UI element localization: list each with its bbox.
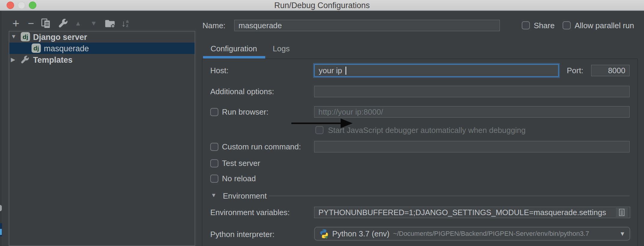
python-logo-icon: v <box>319 229 329 239</box>
new-folder-icon[interactable] <box>104 17 116 29</box>
start-js-debugger-label: Start JavaScript debugger automatically … <box>328 124 526 136</box>
variables-list-icon <box>618 208 625 216</box>
custom-run-command-input[interactable] <box>314 141 630 152</box>
python-interpreter-dropdown[interactable]: v Python 3.7 (env) ~/Documents/PIGPEN/Ba… <box>314 227 630 241</box>
additional-options-input[interactable] <box>314 86 630 97</box>
environment-section-divider <box>269 196 630 196</box>
no-reload-label[interactable]: No reload <box>222 173 256 184</box>
wrench-icon <box>20 55 29 65</box>
name-label: Name: <box>202 20 226 31</box>
port-input[interactable]: 8000 <box>591 65 630 76</box>
move-down-icon[interactable]: ▼ <box>88 17 100 29</box>
test-server-checkbox[interactable] <box>210 159 218 167</box>
run-browser-url-input[interactable]: http://your ip:8000/ <box>314 106 630 118</box>
run-browser-label[interactable]: Run browser: <box>222 106 269 118</box>
custom-run-command-checkbox[interactable] <box>210 143 218 151</box>
a-z-letters: az <box>126 19 129 28</box>
tab-configuration[interactable]: Configuration <box>211 44 257 53</box>
run-browser-url-placeholder: http://your ip:8000/ <box>318 107 383 117</box>
python-interpreter-path: ~/Documents/PIGPEN/Backend/PIGPEN-Server… <box>393 230 619 238</box>
no-reload-checkbox[interactable] <box>210 175 218 183</box>
run-debug-configurations-dialog: Run/Debug Configurations + − ▲ ▼ ↓ az <box>0 0 644 246</box>
test-server-label[interactable]: Test server <box>222 158 260 169</box>
additional-options-label: Additional options: <box>210 86 274 97</box>
background-window-glyph-sliver <box>0 205 2 211</box>
environment-section-label[interactable]: Environment <box>223 190 267 202</box>
environment-section-collapse-icon[interactable]: ▼ <box>211 192 217 199</box>
active-tab-underline <box>203 56 265 58</box>
sort-configurations-icon[interactable]: ↓ az <box>119 17 131 29</box>
port-value: 8000 <box>608 66 625 75</box>
content-panel-border-left <box>202 58 202 246</box>
background-window-glyph <box>0 229 2 235</box>
tree-item-masquerade[interactable]: masquerade <box>44 43 89 54</box>
content-panel-border-right <box>637 58 638 246</box>
environment-variables-input[interactable]: PYTHONUNBUFFERED=1;DJANGO_SETTINGS_MODUL… <box>314 207 630 218</box>
window-title: Run/Debug Configurations <box>0 1 644 10</box>
share-checkbox[interactable] <box>522 21 530 29</box>
copy-configuration-icon[interactable] <box>40 17 52 29</box>
chevron-down-icon: ▼ <box>619 230 625 237</box>
allow-parallel-run-label[interactable]: Allow parallel run <box>575 20 634 31</box>
host-input[interactable]: your ip <box>314 64 559 77</box>
down-arrow-icon: ↓ <box>121 19 126 28</box>
edit-templates-icon[interactable] <box>57 17 69 29</box>
expand-collapse-icon[interactable]: ▶ <box>11 56 15 63</box>
expand-collapse-icon[interactable]: ▼ <box>11 33 17 40</box>
custom-run-command-label[interactable]: Custom run command: <box>222 141 301 152</box>
django-badge-icon: dj <box>32 44 41 53</box>
tree-item-templates[interactable]: Templates <box>33 55 73 65</box>
remove-configuration-icon[interactable]: − <box>25 17 37 29</box>
content-panel-border-top <box>202 58 638 59</box>
browse-variables-button[interactable] <box>616 208 628 217</box>
environment-variables-value: PYTHONUNBUFFERED=1;DJANGO_SETTINGS_MODUL… <box>318 208 606 217</box>
port-label: Port: <box>567 65 583 76</box>
run-browser-checkbox[interactable] <box>210 108 218 116</box>
tree-item-django-server[interactable]: Django server <box>33 32 87 43</box>
python-interpreter-value: Python 3.7 (env) <box>332 229 390 238</box>
environment-variables-label: Environment variables: <box>210 207 290 218</box>
svg-text:v: v <box>325 235 328 239</box>
copy-icon <box>41 18 51 29</box>
host-label: Host: <box>210 65 229 76</box>
background-window-selection-sliver <box>0 223 2 236</box>
allow-parallel-run-checkbox[interactable] <box>563 21 571 29</box>
folder-plus-icon <box>105 18 115 28</box>
python-interpreter-label: Python interpreter: <box>210 228 275 241</box>
name-input[interactable]: masquerade <box>234 20 500 31</box>
name-value: masquerade <box>238 21 282 30</box>
text-caret <box>345 67 346 75</box>
annotation-arrow-right <box>290 116 354 130</box>
wrench-icon <box>58 18 68 28</box>
share-label[interactable]: Share <box>534 20 554 31</box>
host-value: your ip <box>319 66 342 75</box>
django-badge-icon: dj <box>21 32 30 41</box>
tab-logs[interactable]: Logs <box>273 44 290 53</box>
move-up-icon[interactable]: ▲ <box>72 17 84 29</box>
add-configuration-icon[interactable]: + <box>10 17 22 29</box>
